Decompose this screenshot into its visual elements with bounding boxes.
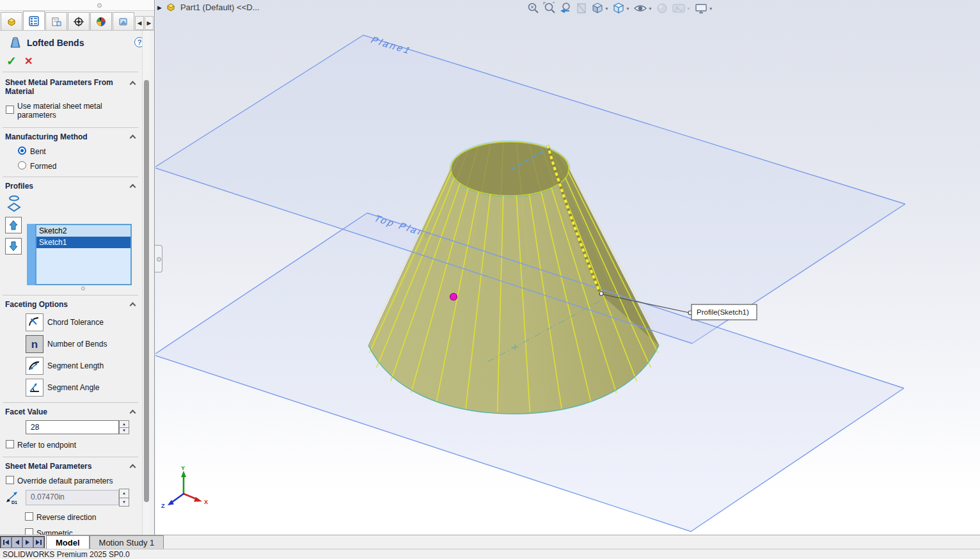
reverse-direction-label: Reverse direction (36, 513, 96, 522)
number-of-bends-button[interactable]: n (26, 335, 43, 353)
spinner-up-icon[interactable]: ▲ (119, 420, 129, 428)
profile-callout-bar (27, 224, 35, 285)
zoom-to-fit-icon[interactable] (526, 1, 541, 15)
number-of-bends-icon: n (31, 339, 38, 350)
collapse-chevron-icon[interactable] (130, 303, 136, 309)
segment-length-button[interactable] (26, 357, 43, 375)
collapse-chevron-icon[interactable] (130, 81, 136, 88)
panel-splitter-handle[interactable] (155, 245, 162, 272)
scrollbar-thumb[interactable] (144, 80, 149, 502)
display-style-icon[interactable]: ▼ (612, 1, 631, 15)
tab-nav-buttons (0, 536, 45, 548)
previous-view-icon[interactable] (558, 1, 573, 15)
tab-scroll-left[interactable]: ◀ (135, 16, 144, 30)
list-resize-handle[interactable] (81, 287, 85, 290)
facet-value-input[interactable]: 28 (26, 420, 119, 434)
document-name: Part1 (Default) <<D... (180, 3, 260, 12)
ok-button[interactable]: ✓ (6, 54, 17, 68)
document-tab-bar: Model Motion Study 1 (0, 535, 980, 549)
panel-scrollbar[interactable] (142, 31, 150, 535)
dimxpert-tab[interactable] (68, 12, 90, 30)
dropdown-caret-icon[interactable]: ▼ (709, 6, 713, 11)
view-settings-icon[interactable]: ▼ (693, 1, 714, 15)
number-of-bends-label: Number of Bends (47, 340, 107, 349)
panel-resize-strip[interactable] (0, 0, 154, 11)
orientation-triad: Y X Z (161, 465, 208, 509)
collapse-chevron-icon[interactable] (130, 135, 136, 141)
display-manager-tab[interactable] (90, 12, 112, 30)
motion-study-tab[interactable]: Motion Study 1 (90, 535, 164, 549)
color-wheel-icon (95, 17, 107, 27)
refer-endpoint-label: Refer to endpoint (17, 441, 76, 450)
next-tab-icon[interactable] (22, 537, 33, 548)
collapse-chevron-icon[interactable] (130, 464, 136, 471)
formed-radio[interactable] (18, 161, 26, 169)
section-view-icon (574, 1, 589, 15)
graphics-viewport[interactable]: Plane1 Top Plane (155, 0, 980, 535)
bent-radio[interactable] (18, 146, 26, 155)
spinner-up-icon[interactable]: ▲ (119, 489, 129, 498)
section-header-manufacturing: Manufacturing Method (5, 132, 127, 141)
expand-arrow-icon[interactable]: ▶ (157, 4, 162, 11)
cancel-button[interactable]: ✕ (24, 55, 33, 67)
cam-tab[interactable] (113, 12, 134, 30)
move-up-button[interactable] (5, 217, 22, 233)
profile-callout-text: Profile(Sketch1) (697, 308, 749, 316)
thickness-input: 0.07470in (26, 490, 119, 505)
section-header-facet-value: Facet Value (5, 407, 127, 416)
use-material-checkbox[interactable] (6, 106, 14, 114)
triad-z-label: Z (161, 503, 165, 509)
last-tab-icon[interactable] (33, 537, 44, 548)
zoom-to-area-icon[interactable] (542, 1, 557, 15)
override-defaults-checkbox[interactable] (6, 476, 14, 484)
lofted-bends-icon (9, 36, 22, 49)
dropdown-caret-icon[interactable]: ▼ (648, 6, 652, 11)
hide-show-items-icon[interactable]: ▼ (633, 1, 653, 15)
previous-tab-icon[interactable] (12, 537, 22, 548)
list-item-selected[interactable]: Sketch1 (36, 237, 130, 248)
move-down-button[interactable] (5, 238, 22, 255)
profile-selection-icon (6, 194, 23, 212)
configuration-manager-tab[interactable] (45, 12, 67, 30)
profiles-listbox[interactable]: Sketch2 Sketch1 (35, 224, 132, 285)
thickness-spinner[interactable]: ▲ ▼ (119, 489, 129, 507)
part-icon (166, 3, 177, 12)
chord-tolerance-button[interactable] (26, 313, 43, 331)
reverse-direction-checkbox[interactable] (25, 512, 33, 521)
dropdown-caret-icon[interactable]: ▼ (626, 6, 630, 11)
override-defaults-label: Override default parameters (17, 476, 113, 485)
dropdown-caret-icon: ▼ (686, 6, 691, 11)
configuration-icon (51, 17, 62, 27)
bent-label: Bent (30, 147, 46, 156)
spinner-down-icon[interactable]: ▼ (119, 428, 129, 435)
segment-angle-icon (28, 381, 41, 394)
formed-label: Formed (30, 162, 56, 171)
segment-length-icon (28, 359, 41, 372)
cone-top-opening[interactable] (451, 142, 569, 196)
part-icon (6, 17, 17, 27)
up-arrow-icon (9, 220, 18, 230)
first-tab-icon[interactable] (1, 537, 12, 548)
sketch-point[interactable] (450, 294, 457, 301)
property-manager-tab[interactable] (23, 11, 45, 30)
refer-endpoint-checkbox[interactable] (6, 440, 14, 448)
feature-tree-flyout[interactable]: ▶ Part1 (Default) <<D... (157, 3, 259, 12)
collapse-chevron-icon[interactable] (130, 410, 136, 416)
spinner-down-icon[interactable]: ▼ (119, 498, 129, 507)
dropdown-caret-icon[interactable]: ▼ (605, 6, 609, 11)
segment-angle-button[interactable] (26, 379, 43, 397)
triad-x-label: X (204, 499, 208, 505)
segment-angle-label: Segment Angle (47, 383, 99, 392)
3d-scene: Plane1 Top Plane (155, 0, 980, 535)
collapse-chevron-icon[interactable] (130, 184, 136, 191)
edit-appearance-icon (655, 1, 669, 15)
list-item[interactable]: Sketch2 (36, 225, 130, 237)
property-manager-icon (28, 16, 40, 26)
facet-value-spinner[interactable]: ▲ ▼ (119, 420, 129, 434)
view-orientation-icon[interactable]: ▼ (590, 1, 610, 15)
feature-manager-tab[interactable] (1, 12, 22, 30)
tab-scroll-right[interactable]: ▶ (145, 16, 154, 30)
leader-anchor-icon (599, 292, 603, 295)
model-tab[interactable]: Model (46, 535, 90, 549)
triad-y-label: Y (181, 465, 185, 471)
